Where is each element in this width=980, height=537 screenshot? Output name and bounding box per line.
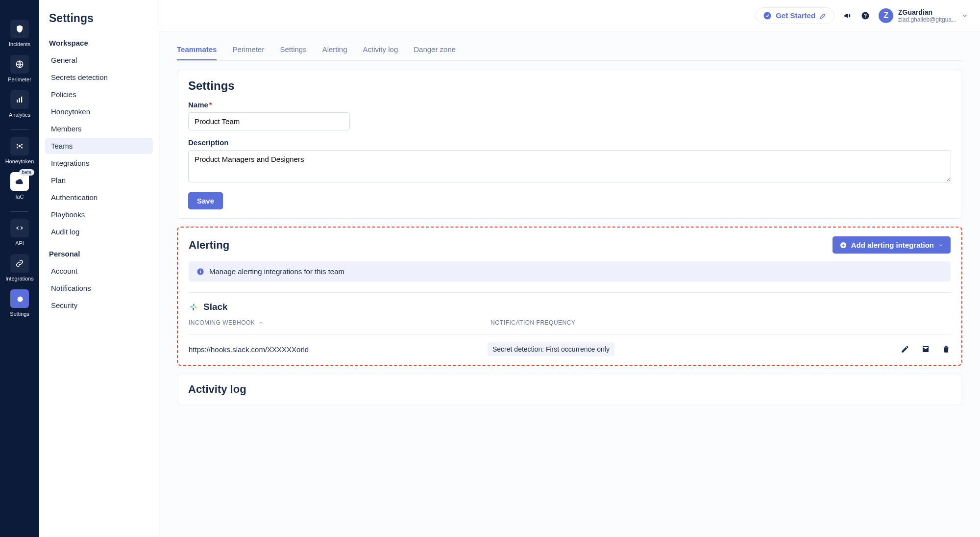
edit-icon[interactable]: [901, 345, 909, 354]
tab-danger-zone[interactable]: Danger zone: [414, 39, 456, 60]
svg-rect-19: [193, 308, 194, 310]
sidebar-link-honeytoken[interactable]: Honeytoken: [45, 103, 153, 120]
chart-icon: [10, 90, 29, 109]
desc-textarea[interactable]: [188, 150, 951, 182]
divider: [11, 211, 28, 212]
name-input[interactable]: [188, 112, 350, 130]
svg-point-6: [21, 144, 23, 146]
add-alerting-integration-button[interactable]: Add alerting integration: [833, 236, 951, 254]
chevron-down-icon: [938, 242, 944, 248]
user-menu[interactable]: Z ZGuardian ziad.ghalleb@gitgua...: [879, 8, 968, 23]
frequency-chip: Secret detection: First occurrence only: [488, 342, 614, 356]
shield-icon: [10, 20, 29, 38]
tabs: Teammates Perimeter Settings Alerting Ac…: [177, 39, 962, 61]
rail-item-api[interactable]: API: [0, 219, 39, 246]
sidebar-link-secrets[interactable]: Secrets detection: [45, 69, 153, 85]
sidebar-link-playbooks[interactable]: Playbooks: [45, 206, 153, 223]
main-area: Get Started ? Z ZGuardian ziad.ghalleb@g…: [159, 0, 980, 537]
svg-point-7: [17, 147, 18, 149]
svg-rect-18: [195, 307, 197, 308]
settings-sidebar: Settings Workspace General Secrets detec…: [39, 0, 159, 537]
info-text: Manage alerting integrations for this te…: [209, 267, 344, 276]
rail-label: Settings: [10, 311, 29, 317]
svg-rect-1: [17, 100, 18, 102]
sidebar-link-members[interactable]: Members: [45, 121, 153, 137]
info-icon: [196, 268, 204, 276]
user-name: ZGuardian: [898, 8, 956, 16]
settings-card: Settings Name* Description Save: [177, 70, 962, 219]
sidebar-link-security[interactable]: Security: [45, 297, 153, 313]
check-circle-icon: [763, 11, 772, 20]
divider: [189, 334, 951, 334]
tab-settings[interactable]: Settings: [280, 39, 306, 60]
rail-item-settings[interactable]: Settings: [0, 289, 39, 317]
svg-rect-14: [200, 271, 200, 273]
add-alerting-label: Add alerting integration: [851, 241, 934, 249]
svg-rect-17: [193, 304, 195, 306]
avatar: Z: [879, 8, 893, 23]
th-notification-frequency: NOTIFICATION FREQUENCY: [490, 319, 951, 326]
sidebar-link-account[interactable]: Account: [45, 263, 153, 279]
alerting-card: Alerting Add alerting integration: [177, 227, 962, 366]
tab-teammates[interactable]: Teammates: [177, 39, 217, 60]
rail-item-integrations[interactable]: Integrations: [0, 254, 39, 281]
tab-perimeter[interactable]: Perimeter: [232, 39, 264, 60]
code-icon: [10, 219, 29, 237]
activity-log-heading: Activity log: [188, 383, 951, 396]
slack-integration: Slack: [189, 302, 951, 312]
page-title: Settings: [49, 12, 153, 25]
svg-point-8: [21, 147, 23, 149]
get-started-button[interactable]: Get Started: [756, 7, 834, 24]
trash-icon[interactable]: [942, 345, 951, 354]
sidebar-link-plan[interactable]: Plan: [45, 172, 153, 188]
th-incoming-webhook[interactable]: INCOMING WEBHOOK: [189, 319, 488, 326]
sidebar-link-auth[interactable]: Authentication: [45, 189, 153, 205]
table-header: INCOMING WEBHOOK NOTIFICATION FREQUENCY: [189, 319, 951, 326]
topbar: Get Started ? Z ZGuardian ziad.ghalleb@g…: [159, 0, 980, 31]
sidebar-link-notifications[interactable]: Notifications: [45, 280, 153, 296]
rail-label: Incidents: [9, 41, 30, 47]
nav-rail: Incidents Perimeter Analytics Honeytoken…: [0, 0, 39, 537]
divider: [189, 292, 951, 293]
slack-name: Slack: [203, 302, 228, 312]
help-icon[interactable]: ?: [861, 11, 870, 20]
group-personal: Personal: [49, 250, 153, 258]
rocket-icon: [819, 12, 827, 20]
chevron-down-icon: [961, 12, 968, 19]
svg-rect-2: [19, 98, 20, 102]
svg-point-15: [200, 269, 201, 270]
tab-alerting[interactable]: Alerting: [322, 39, 347, 60]
save-button[interactable]: Save: [188, 192, 223, 209]
megaphone-icon[interactable]: [843, 11, 852, 20]
chevron-up-icon: [258, 320, 264, 326]
svg-point-5: [17, 144, 18, 146]
svg-rect-3: [21, 97, 22, 102]
plus-circle-icon: [839, 241, 847, 249]
settings-heading: Settings: [188, 79, 951, 93]
rail-label: IaC: [15, 194, 24, 200]
sidebar-link-general[interactable]: General: [45, 52, 153, 68]
globe-icon: [10, 55, 29, 74]
rail-item-incidents[interactable]: Incidents: [0, 20, 39, 47]
required-asterisk: *: [209, 101, 212, 109]
rail-label: API: [15, 240, 24, 246]
rail-item-honeytoken[interactable]: Honeytoken: [0, 137, 39, 164]
alerting-heading: Alerting: [189, 239, 229, 252]
rail-item-iac[interactable]: beta IaC: [0, 172, 39, 200]
mail-icon[interactable]: [921, 345, 930, 354]
sidebar-link-teams[interactable]: Teams: [45, 138, 153, 154]
divider: [11, 129, 28, 130]
rail-label: Integrations: [5, 276, 33, 281]
get-started-label: Get Started: [776, 11, 815, 20]
tab-activity-log[interactable]: Activity log: [363, 39, 398, 60]
svg-rect-16: [190, 306, 193, 307]
sidebar-link-integrations[interactable]: Integrations: [45, 155, 153, 171]
rail-label: Analytics: [9, 112, 30, 118]
rail-item-perimeter[interactable]: Perimeter: [0, 55, 39, 82]
rail-item-analytics[interactable]: Analytics: [0, 90, 39, 118]
sidebar-link-audit[interactable]: Audit log: [45, 224, 153, 240]
webhook-row: https://hooks.slack.com/XXXXXXorld Secre…: [189, 342, 951, 356]
sidebar-link-policies[interactable]: Policies: [45, 86, 153, 102]
beta-badge: beta: [19, 169, 34, 176]
svg-point-4: [19, 145, 21, 148]
